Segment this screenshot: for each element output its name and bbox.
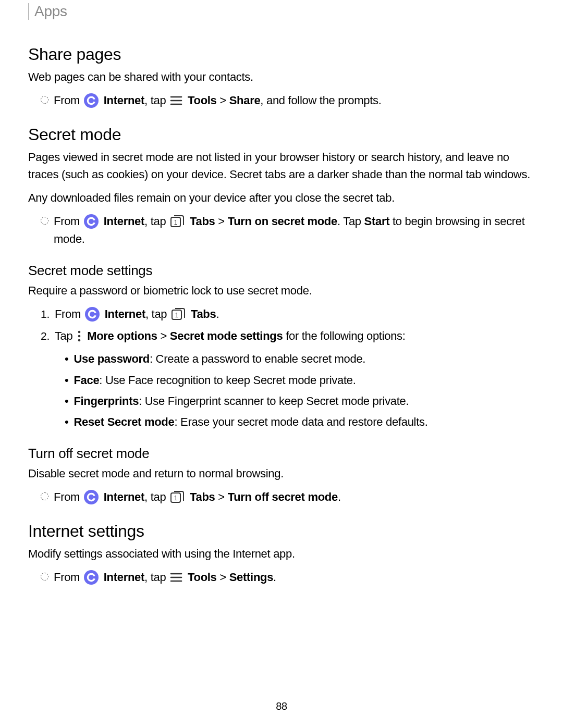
paragraph: Any downloaded files remain on your devi… (28, 189, 535, 206)
text: : Use Fingerprint scanner to keep Secret… (139, 394, 409, 408)
text: > (217, 94, 229, 107)
paragraph: Require a password or biometric lock to … (28, 282, 535, 299)
list-item: 1. From Internet, tap 1 Tabs. (41, 305, 535, 323)
text: From (54, 490, 83, 503)
list-item: 2. Tap More options > Secret mode settin… (41, 327, 535, 345)
text: , tap (144, 490, 169, 503)
text: , and follow the prompts. (260, 94, 381, 107)
page-content: Apps Share pages Web pages can be shared… (0, 0, 563, 728)
bullet-icon: • (65, 350, 68, 368)
internet-app-icon (84, 214, 99, 229)
tabs-icon: 1 (170, 215, 185, 228)
text-bold: Settings (229, 571, 273, 584)
internet-app-icon (85, 307, 100, 322)
text: . (216, 307, 219, 320)
page-number: 88 (0, 700, 563, 712)
text-bold: Turn off secret mode (228, 490, 338, 503)
header-breadcrumb: Apps (28, 3, 535, 20)
list-item: From Internet, tap Tools > Settings. (41, 569, 535, 586)
text-bold: Start (364, 215, 390, 228)
text-bold: Secret mode settings (170, 329, 283, 342)
paragraph: Web pages can be shared with your contac… (28, 68, 535, 85)
list-item: From Internet, tap 1 Tabs > Turn on secr… (41, 213, 535, 248)
text-bold: Tools (188, 94, 217, 107)
tabs-icon: 1 (171, 307, 186, 321)
svg-point-9 (78, 339, 81, 342)
text-bold: Face (74, 374, 99, 387)
bullet-icon: • (65, 372, 68, 389)
paragraph: Modify settings associated with using th… (28, 545, 535, 562)
text-bold: Turn on secret mode (228, 215, 337, 228)
svg-text:1: 1 (175, 312, 179, 319)
text-bold: Reset Secret mode (74, 415, 174, 428)
svg-point-7 (78, 331, 81, 334)
text-bold: Internet (104, 94, 144, 107)
circle-bullet-icon (41, 492, 48, 500)
list-item: • Face: Use Face recognition to keep Sec… (65, 372, 535, 389)
text: From (54, 571, 83, 584)
text-bold: Internet (104, 215, 144, 228)
svg-text:1: 1 (174, 495, 178, 502)
text-bold: Tools (188, 571, 217, 584)
text: : Create a password to enable secret mod… (150, 352, 365, 365)
internet-app-icon (84, 570, 99, 585)
text: , tap (144, 215, 169, 228)
text: From (54, 94, 83, 107)
text-bold: Internet (104, 571, 144, 584)
text-bold: Tabs (190, 215, 215, 228)
heading-secret-mode: Secret mode (28, 125, 535, 144)
text: . (273, 571, 276, 584)
hamburger-menu-icon (170, 95, 182, 106)
bullet-icon: • (65, 413, 68, 431)
bullet-icon: • (65, 392, 68, 410)
paragraph: Disable secret mode and return to normal… (28, 465, 535, 482)
list-item: • Use password: Create a password to ena… (65, 350, 535, 368)
more-options-icon (77, 330, 82, 342)
text: : Erase your secret mode data and restor… (174, 415, 427, 428)
list-item: From Internet, tap Tools > Share, and fo… (41, 92, 535, 109)
internet-app-icon (84, 490, 99, 504)
text: for the following options: (283, 329, 405, 342)
internet-app-icon (84, 93, 99, 108)
text: , tap (145, 307, 170, 320)
list-item: • Fingerprints: Use Fingerprint scanner … (65, 392, 535, 410)
paragraph: Pages viewed in secret mode are not list… (28, 149, 535, 183)
heading-internet-settings: Internet settings (28, 522, 535, 541)
svg-point-8 (78, 335, 81, 338)
text-bold: More options (87, 329, 157, 342)
number-marker: 2. (41, 328, 50, 345)
heading-share-pages: Share pages (28, 45, 535, 64)
text: Tap (55, 329, 76, 342)
text: , tap (144, 94, 169, 107)
text-bold: Internet (105, 307, 145, 320)
heading-secret-mode-settings: Secret mode settings (28, 263, 535, 279)
circle-bullet-icon (41, 217, 48, 225)
text-bold: Tabs (191, 307, 216, 320)
text: From (54, 215, 83, 228)
heading-turn-off-secret-mode: Turn off secret mode (28, 446, 535, 462)
text: From (55, 307, 84, 320)
circle-bullet-icon (41, 96, 48, 104)
text: : Use Face recognition to keep Secret mo… (99, 374, 356, 387)
tabs-icon: 1 (170, 490, 185, 504)
text: > (215, 490, 228, 503)
text: , tap (144, 571, 169, 584)
text: . (338, 490, 341, 503)
text: > (157, 329, 170, 342)
text-bold: Fingerprints (74, 394, 139, 408)
text: . Tap (337, 215, 364, 228)
number-marker: 1. (41, 306, 50, 323)
circle-bullet-icon (41, 573, 48, 581)
text-bold: Share (229, 94, 261, 107)
list-item: From Internet, tap 1 Tabs > Turn off sec… (41, 488, 535, 506)
list-item: • Reset Secret mode: Erase your secret m… (65, 413, 535, 431)
text: > (217, 571, 229, 584)
text-bold: Tabs (190, 490, 215, 503)
text-bold: Internet (104, 490, 144, 503)
hamburger-menu-icon (170, 572, 182, 583)
text-bold: Use password (74, 352, 150, 365)
text: > (215, 215, 228, 228)
svg-text:1: 1 (174, 219, 178, 226)
